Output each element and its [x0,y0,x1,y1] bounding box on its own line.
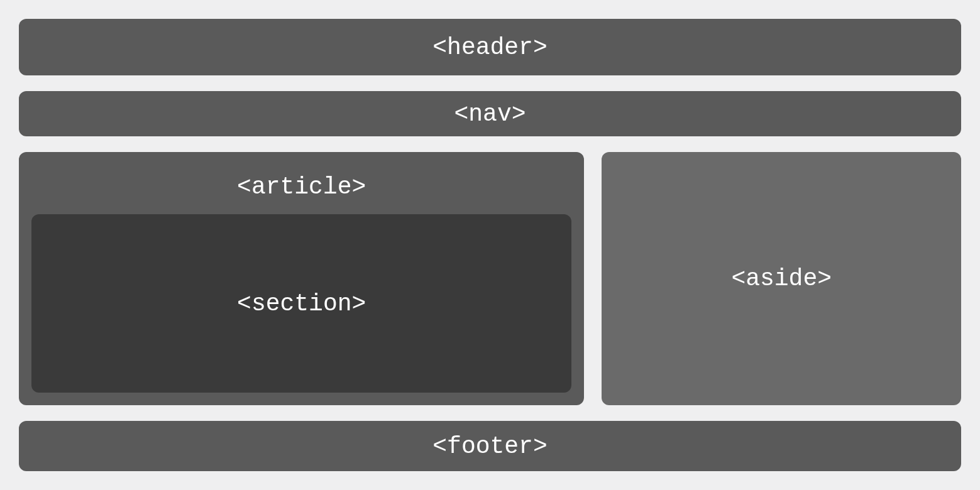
article-region: <article> <section> [19,152,584,405]
html-layout-diagram: <header> <nav> <article> <section> <asid… [19,19,961,471]
aside-region: <aside> [602,152,961,405]
nav-label: <nav> [454,101,526,128]
main-row: <article> <section> <aside> [19,152,961,405]
aside-label: <aside> [731,265,832,292]
header-region: <header> [19,19,961,75]
footer-region: <footer> [19,421,961,471]
section-region: <section> [31,214,571,393]
nav-region: <nav> [19,91,961,136]
section-label: <section> [237,290,366,317]
footer-label: <footer> [432,433,547,460]
header-label: <header> [432,34,547,61]
article-label: <article> [31,165,571,214]
